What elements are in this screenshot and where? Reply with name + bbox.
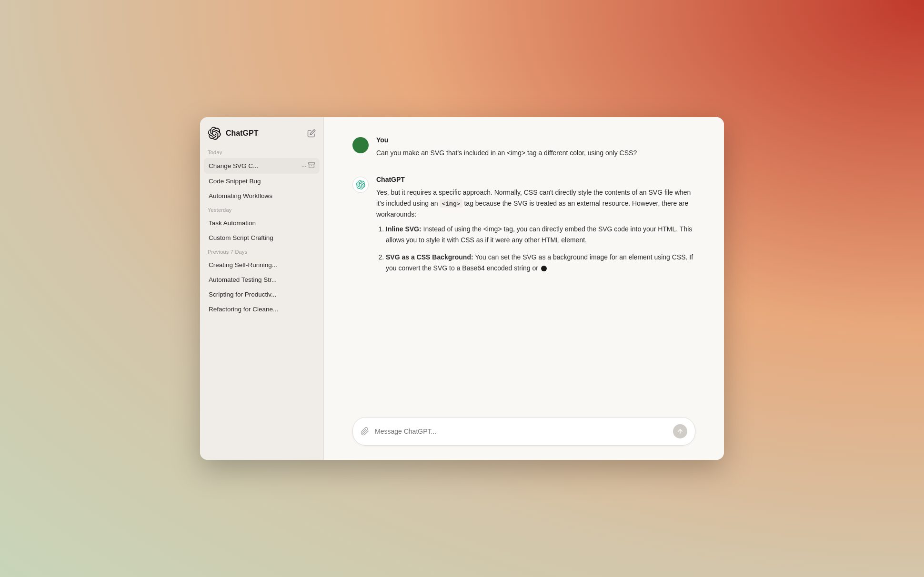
sidebar-item-automating-label: Automating Workflows [209, 192, 315, 199]
input-area [324, 408, 724, 460]
main-content: You Can you make an SVG that's included … [324, 117, 724, 460]
sidebar-item-automated-testing-label: Automated Testing Str... [209, 276, 315, 283]
sidebar-item-change-svg[interactable]: Change SVG C... ··· [204, 158, 320, 174]
yesterday-label: Yesterday [204, 207, 320, 216]
message-user: You Can you make an SVG that's included … [352, 136, 695, 159]
sidebar-item-creating-self-label: Creating Self-Running... [209, 261, 315, 269]
sidebar-item-change-svg-actions: ··· [301, 162, 315, 170]
sidebar-today-section: Today Change SVG C... ··· Code Snippet B [200, 149, 323, 203]
sidebar-item-creating-self[interactable]: Creating Self-Running... [204, 258, 320, 272]
gpt-sender-label: ChatGPT [376, 176, 695, 183]
sidebar-item-custom-script[interactable]: Custom Script Crafting [204, 230, 320, 245]
gpt-list-item-2: SVG as a CSS Background: You can set the… [386, 252, 695, 274]
sidebar-item-code-snippet[interactable]: Code Snippet Bug [204, 174, 320, 189]
sidebar-item-automated-testing[interactable]: Automated Testing Str... [204, 272, 320, 287]
gpt-list-item-1: Inline SVG: Instead of using the <img> t… [386, 224, 695, 246]
sidebar-header: ChatGPT [200, 127, 323, 149]
sidebar-item-scripting-prod[interactable]: Scripting for Productiv... [204, 287, 320, 302]
app-title: ChatGPT [226, 129, 258, 138]
chatgpt-logo-icon [208, 127, 221, 140]
input-box [352, 417, 695, 446]
sidebar-item-task-automation[interactable]: Task Automation [204, 216, 320, 230]
gpt-avatar [352, 177, 369, 193]
svg-rect-0 [309, 163, 315, 164]
app-window: ChatGPT Today Change SVG C... ··· [200, 117, 724, 460]
sidebar-item-refactoring[interactable]: Refactoring for Cleane... [204, 302, 320, 317]
edit-icon[interactable] [307, 129, 316, 138]
more-icon[interactable]: ··· [301, 163, 306, 169]
send-button[interactable] [673, 424, 687, 438]
sidebar-yesterday-section: Yesterday Task Automation Custom Script … [200, 207, 323, 245]
message-input[interactable] [375, 428, 667, 435]
sidebar-previous-section: Previous 7 Days Creating Self-Running...… [200, 249, 323, 317]
message-gpt: ChatGPT Yes, but it requires a specific … [352, 176, 695, 279]
user-avatar [352, 137, 369, 153]
previous-label: Previous 7 Days [204, 249, 320, 258]
sidebar-item-task-automation-label: Task Automation [209, 219, 315, 227]
user-message-text: Can you make an SVG that's included in a… [376, 148, 695, 159]
code-img-tag: <img> [440, 199, 462, 208]
sidebar-item-refactoring-label: Refactoring for Cleane... [209, 306, 315, 313]
user-sender-label: You [376, 136, 695, 144]
sidebar-logo: ChatGPT [208, 127, 258, 140]
sidebar-item-code-snippet-label: Code Snippet Bug [209, 178, 315, 185]
gpt-message-text: Yes, but it requires a specific approach… [376, 187, 695, 274]
sidebar-item-scripting-prod-label: Scripting for Productiv... [209, 291, 315, 298]
sidebar-item-automating[interactable]: Automating Workflows [204, 189, 320, 203]
truncation-dot [541, 266, 547, 271]
archive-icon[interactable] [308, 162, 315, 170]
sidebar-item-custom-script-label: Custom Script Crafting [209, 234, 315, 241]
sidebar: ChatGPT Today Change SVG C... ··· [200, 117, 324, 460]
user-message-content: You Can you make an SVG that's included … [376, 136, 695, 159]
sidebar-item-change-svg-label: Change SVG C... [209, 162, 301, 169]
chat-area: You Can you make an SVG that's included … [324, 117, 724, 408]
gpt-list: Inline SVG: Instead of using the <img> t… [386, 224, 695, 273]
today-label: Today [204, 149, 320, 158]
gpt-message-content: ChatGPT Yes, but it requires a specific … [376, 176, 695, 279]
attach-icon[interactable] [361, 427, 369, 436]
